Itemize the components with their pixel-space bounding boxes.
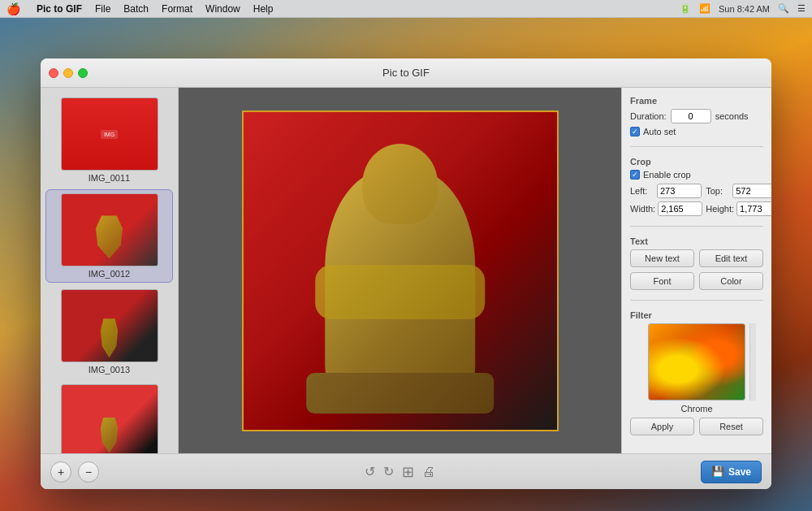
menubar: 🍎 Pic to GIF File Batch Format Window He… xyxy=(0,0,812,18)
menu-window[interactable]: Window xyxy=(205,3,240,15)
text-style-buttons: Font Color xyxy=(630,272,763,290)
crop-width-label: Width: xyxy=(630,204,655,214)
crop-enable-label: Enable crop xyxy=(643,170,691,180)
text-buttons: New text Edit text xyxy=(630,249,763,267)
save-button[interactable]: 💾 Save xyxy=(701,461,762,483)
crop-height-input[interactable] xyxy=(736,201,771,216)
thumb-image-0012 xyxy=(61,193,158,266)
filter-preview xyxy=(648,323,745,401)
menu-batch[interactable]: Batch xyxy=(123,3,149,15)
add-frame-button[interactable]: + xyxy=(50,461,71,483)
poster-text: IMG xyxy=(101,130,118,139)
thumb-visual-0014 xyxy=(62,385,158,453)
menu-app[interactable]: Pic to GIF xyxy=(37,3,82,15)
close-button[interactable] xyxy=(49,68,58,78)
divider-1 xyxy=(630,146,763,147)
crop-height-label: Height: xyxy=(706,204,734,214)
clock: Sun 8:42 AM xyxy=(719,4,770,14)
thumb-visual-0011: IMG xyxy=(62,98,158,170)
rotate-ccw-icon[interactable]: ↺ xyxy=(365,464,375,479)
canvas-background xyxy=(242,110,559,431)
window-body: IMG IMG_0011 IMG_0012 xyxy=(41,88,771,453)
save-icon: 💾 xyxy=(711,466,724,478)
sidebar: IMG IMG_0011 IMG_0012 xyxy=(41,88,179,453)
autoset-label: Auto set xyxy=(643,127,676,136)
thumb-item-0011[interactable]: IMG IMG_0011 xyxy=(45,94,173,186)
new-text-button[interactable]: New text xyxy=(630,249,694,267)
thumb-image-0014 xyxy=(61,384,158,453)
filter-section: Filter Chrome Apply Reset xyxy=(630,310,763,435)
thumb-item-0014[interactable]: IMG_0014 xyxy=(45,381,173,453)
thumb-visual-0013 xyxy=(62,290,158,362)
thumb-image-0011: IMG xyxy=(61,97,158,171)
crop-top-input[interactable] xyxy=(732,184,771,198)
color-button[interactable]: Color xyxy=(699,272,763,290)
filter-name: Chrome xyxy=(630,404,763,414)
autoset-row: ✓ Auto set xyxy=(630,127,763,136)
thumb-image-0013 xyxy=(61,289,158,362)
crop-left-input[interactable] xyxy=(657,184,702,198)
menu-format[interactable]: Format xyxy=(162,3,192,15)
apply-button[interactable]: Apply xyxy=(630,418,694,435)
filter-preview-container xyxy=(638,323,756,401)
text-label: Text xyxy=(630,236,763,246)
remove-frame-button[interactable]: − xyxy=(78,461,99,483)
battery-icon: 🔋 xyxy=(680,3,691,14)
control-center-icon[interactable]: ☰ xyxy=(797,3,806,14)
seconds-label: seconds xyxy=(715,111,749,121)
divider-3 xyxy=(630,300,763,301)
traffic-lights xyxy=(49,68,88,78)
duration-row: Duration: seconds xyxy=(630,109,763,123)
print-icon[interactable]: 🖨 xyxy=(422,465,435,479)
menu-file[interactable]: File xyxy=(95,3,110,15)
duration-input[interactable] xyxy=(671,109,711,123)
crop-width-input[interactable] xyxy=(658,201,702,216)
right-panel: Frame Duration: seconds ✓ Auto set Crop xyxy=(621,88,771,453)
reset-button[interactable]: Reset xyxy=(699,418,763,435)
crop-width-row: Width: xyxy=(630,201,702,216)
desktop: Pic to GIF IMG IMG_0011 xyxy=(0,18,812,511)
rotate-cw-icon[interactable]: ↻ xyxy=(383,464,394,479)
filter-flower-visual xyxy=(649,324,745,400)
thumb-item-0013[interactable]: IMG_0013 xyxy=(45,286,173,378)
filter-label: Filter xyxy=(630,310,763,320)
autoset-checkbox[interactable]: ✓ xyxy=(630,127,640,136)
edit-text-button[interactable]: Edit text xyxy=(699,249,763,267)
filter-actions: Apply Reset xyxy=(630,418,763,435)
duration-label: Duration: xyxy=(630,111,667,121)
crop-height-row: Height: xyxy=(706,201,771,216)
search-icon[interactable]: 🔍 xyxy=(778,3,789,14)
divider-2 xyxy=(630,226,763,227)
crop-top-row: Top: xyxy=(706,184,771,198)
flip-icon[interactable]: ⊞ xyxy=(402,463,414,481)
bottom-toolbar: + − ↺ ↻ ⊞ 🖨 💾 Save xyxy=(41,453,771,489)
crop-section: Crop ✓ Enable crop Left: Top: xyxy=(630,157,763,216)
crop-left-row: Left: xyxy=(630,184,702,198)
text-section: Text New text Edit text Font Color xyxy=(630,236,763,290)
thumb-label-0013: IMG_0013 xyxy=(89,365,130,375)
main-window: Pic to GIF IMG IMG_0011 xyxy=(41,58,771,489)
thumb-label-0012: IMG_0012 xyxy=(89,269,130,279)
toolbar-icons: ↺ ↻ ⊞ 🖨 xyxy=(365,463,435,481)
filter-scrollbar[interactable] xyxy=(749,323,756,401)
maximize-button[interactable] xyxy=(78,68,88,78)
crop-label: Crop xyxy=(630,157,763,167)
frame-label: Frame xyxy=(630,96,763,106)
canvas-area xyxy=(179,88,621,453)
apple-menu[interactable]: 🍎 xyxy=(6,2,20,15)
crop-fields: Left: Top: Width: Height: xyxy=(630,184,763,216)
thumb-label-0011: IMG_0011 xyxy=(89,173,130,183)
buddha-figure xyxy=(306,144,495,414)
crop-enable-checkbox[interactable]: ✓ xyxy=(630,170,640,180)
save-label: Save xyxy=(728,466,751,478)
font-button[interactable]: Font xyxy=(630,272,694,290)
menu-help[interactable]: Help xyxy=(253,3,274,15)
titlebar: Pic to GIF xyxy=(41,58,771,88)
canvas-image xyxy=(242,110,559,431)
window-title: Pic to GIF xyxy=(382,67,430,79)
wifi-icon: 📶 xyxy=(699,3,710,14)
thumb-item-0012[interactable]: IMG_0012 xyxy=(45,189,173,283)
crop-top-label: Top: xyxy=(706,186,730,196)
frame-section: Frame Duration: seconds ✓ Auto set xyxy=(630,96,763,136)
minimize-button[interactable] xyxy=(63,68,73,78)
